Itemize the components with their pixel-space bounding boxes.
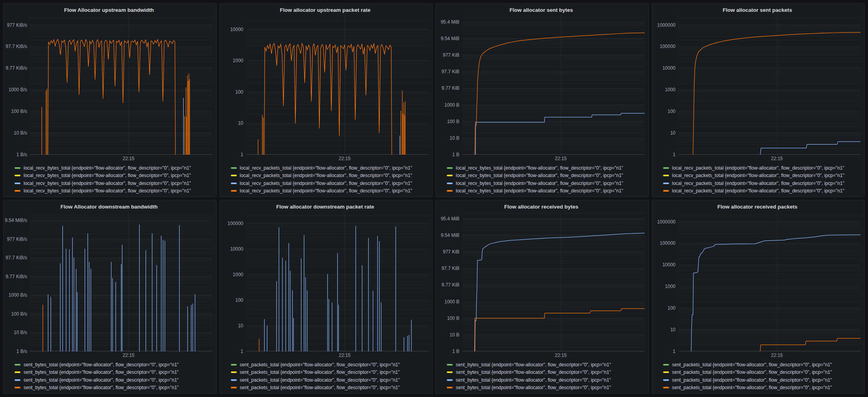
panel-title[interactable]: Flow allocator downstream packet rate bbox=[222, 202, 429, 212]
legend-item[interactable]: local_recv_bytes_total {endpoint="flow-a… bbox=[447, 164, 645, 172]
chart-plot-area[interactable] bbox=[679, 15, 861, 155]
legend-color-swatch bbox=[663, 379, 669, 381]
legend-item[interactable]: local_recv_bytes_total {endpoint="flow-a… bbox=[15, 172, 212, 180]
legend-item[interactable]: sent_bytes_total {endpoint="flow-allocat… bbox=[447, 384, 645, 392]
panel-title[interactable]: Flow Allocator downstream bandwidth bbox=[6, 202, 212, 212]
legend-item[interactable]: local_recv_packets_total {endpoint="flow… bbox=[663, 179, 861, 187]
chart-canvas[interactable] bbox=[463, 15, 645, 155]
chart-canvas[interactable] bbox=[247, 212, 429, 351]
panel-upstream-packet-rate: Flow allocator upstream packet rate 1000… bbox=[219, 3, 433, 197]
legend-item[interactable]: sent_packets_total {endpoint="flow-alloc… bbox=[231, 369, 429, 377]
legend-item[interactable]: local_recv_packets_total {endpoint="flow… bbox=[231, 164, 429, 172]
chart: 100000100001000100101 bbox=[222, 212, 429, 351]
chart-plot-area[interactable] bbox=[30, 212, 212, 351]
x-axis: 22:15 bbox=[463, 155, 645, 162]
y-tick-label: 9.77 KiB/s bbox=[6, 274, 27, 279]
legend-item[interactable]: sent_packets_total {endpoint="flow-alloc… bbox=[663, 384, 861, 392]
chart-plot-area[interactable] bbox=[247, 15, 429, 155]
legend-item[interactable]: local_recv_bytes_total {endpoint="flow-a… bbox=[15, 187, 212, 195]
legend-item[interactable]: sent_bytes_total {endpoint="flow-allocat… bbox=[447, 376, 645, 384]
chart-canvas[interactable] bbox=[30, 15, 212, 155]
y-tick-label: 100 B bbox=[447, 119, 459, 124]
legend-label: sent_bytes_total {endpoint="flow-allocat… bbox=[456, 362, 611, 367]
y-tick-label: 100 bbox=[667, 305, 675, 311]
y-tick-label: 10000 bbox=[230, 27, 243, 32]
legend: sent_bytes_total {endpoint="flow-allocat… bbox=[6, 359, 212, 393]
legend-item[interactable]: sent_packets_total {endpoint="flow-alloc… bbox=[663, 376, 861, 384]
legend-label: local_recv_bytes_total {endpoint="flow-a… bbox=[24, 188, 191, 194]
legend-item[interactable]: local_recv_bytes_total {endpoint="flow-a… bbox=[447, 172, 645, 180]
legend-item[interactable]: local_recv_packets_total {endpoint="flow… bbox=[663, 187, 861, 195]
dashboard-grid: Flow Allocator upstream bandwidth 977 Ki… bbox=[0, 0, 868, 397]
legend-color-swatch bbox=[663, 371, 669, 373]
legend-item[interactable]: local_recv_bytes_total {endpoint="flow-a… bbox=[447, 187, 645, 195]
legend-item[interactable]: local_recv_bytes_total {endpoint="flow-a… bbox=[15, 164, 212, 172]
y-tick-label: 10 B bbox=[450, 332, 459, 338]
legend-color-swatch bbox=[15, 364, 20, 366]
legend-item[interactable]: sent_bytes_total {endpoint="flow-allocat… bbox=[15, 384, 212, 392]
chart: 977 KiB/s97.7 KiB/s9.77 KiB/s1000 B/s100… bbox=[6, 15, 212, 155]
chart-canvas[interactable] bbox=[679, 212, 861, 351]
legend-item[interactable]: sent_bytes_total {endpoint="flow-allocat… bbox=[447, 369, 645, 377]
panel-title[interactable]: Flow Allocator upstream bandwidth bbox=[6, 5, 212, 15]
legend: local_recv_bytes_total {endpoint="flow-a… bbox=[6, 162, 212, 196]
y-tick-label: 1000 bbox=[233, 58, 243, 63]
panel-title[interactable]: Flow allocator received bytes bbox=[438, 202, 645, 212]
legend-item[interactable]: sent_packets_total {endpoint="flow-alloc… bbox=[231, 376, 429, 384]
chart-plot-area[interactable] bbox=[463, 15, 645, 155]
legend-item[interactable]: sent_packets_total {endpoint="flow-alloc… bbox=[663, 361, 861, 369]
legend-label: local_recv_packets_total {endpoint="flow… bbox=[240, 165, 412, 171]
panel-title[interactable]: Flow allocator sent bytes bbox=[438, 5, 645, 15]
legend-item[interactable]: local_recv_packets_total {endpoint="flow… bbox=[663, 172, 861, 180]
legend: local_recv_packets_total {endpoint="flow… bbox=[222, 162, 429, 196]
panel-title[interactable]: Flow allocator sent packets bbox=[654, 5, 861, 15]
x-tick-label: 22:15 bbox=[123, 353, 135, 358]
legend-item[interactable]: local_recv_bytes_total {endpoint="flow-a… bbox=[15, 179, 212, 187]
y-tick-label: 10000 bbox=[230, 246, 243, 252]
chart-canvas[interactable] bbox=[679, 15, 861, 155]
legend-item[interactable]: local_recv_packets_total {endpoint="flow… bbox=[231, 187, 429, 195]
chart-plot-area[interactable] bbox=[679, 212, 861, 351]
chart: 1000000100000100001000100101 bbox=[654, 15, 861, 155]
legend-item[interactable]: local_recv_packets_total {endpoint="flow… bbox=[231, 179, 429, 187]
y-tick-label: 977 KiB/s bbox=[7, 236, 27, 242]
legend-item[interactable]: sent_bytes_total {endpoint="flow-allocat… bbox=[15, 369, 212, 377]
legend-label: local_recv_packets_total {endpoint="flow… bbox=[672, 188, 844, 194]
y-tick-label: 10 B bbox=[450, 135, 459, 141]
legend-item[interactable]: local_recv_packets_total {endpoint="flow… bbox=[231, 172, 429, 180]
chart-plot-area[interactable] bbox=[463, 212, 645, 351]
legend-item[interactable]: sent_bytes_total {endpoint="flow-allocat… bbox=[447, 361, 645, 369]
legend-item[interactable]: sent_packets_total {endpoint="flow-alloc… bbox=[231, 384, 429, 392]
legend-color-swatch bbox=[663, 175, 669, 176]
chart-canvas[interactable] bbox=[30, 212, 212, 351]
y-tick-label: 10 bbox=[238, 323, 243, 329]
panel-downstream-bandwidth: Flow Allocator downstream bandwidth 9.54… bbox=[3, 200, 217, 394]
panel-title[interactable]: Flow allocator received packets bbox=[654, 202, 861, 212]
y-tick-label: 9.54 MiB bbox=[441, 233, 459, 238]
x-axis: 22:15 bbox=[247, 351, 429, 359]
panel-upstream-bandwidth: Flow Allocator upstream bandwidth 977 Ki… bbox=[3, 3, 217, 197]
y-tick-label: 97.7 KiB/s bbox=[6, 44, 27, 49]
legend-color-swatch bbox=[231, 190, 237, 192]
panel-title[interactable]: Flow allocator upstream packet rate bbox=[222, 5, 429, 15]
legend-label: sent_packets_total {endpoint="flow-alloc… bbox=[672, 362, 832, 367]
legend-item[interactable]: sent_bytes_total {endpoint="flow-allocat… bbox=[15, 361, 212, 369]
chart-plot-area[interactable] bbox=[247, 212, 429, 351]
legend-color-swatch bbox=[15, 175, 20, 176]
legend-item[interactable]: sent_packets_total {endpoint="flow-alloc… bbox=[663, 369, 861, 377]
y-tick-label: 1 bbox=[241, 349, 243, 354]
legend-item[interactable]: local_recv_packets_total {endpoint="flow… bbox=[663, 164, 861, 172]
x-tick-label: 22:15 bbox=[771, 353, 783, 358]
x-tick-label: 22:15 bbox=[555, 353, 567, 358]
legend-label: local_recv_packets_total {endpoint="flow… bbox=[672, 181, 844, 186]
legend-item[interactable]: local_recv_bytes_total {endpoint="flow-a… bbox=[447, 179, 645, 187]
legend-item[interactable]: sent_packets_total {endpoint="flow-alloc… bbox=[231, 361, 429, 369]
x-axis: 22:15 bbox=[30, 155, 212, 162]
y-tick-label: 95.4 MiB bbox=[441, 19, 459, 25]
chart-canvas[interactable] bbox=[463, 212, 645, 351]
chart-plot-area[interactable] bbox=[30, 15, 212, 155]
y-tick-label: 10 B/s bbox=[14, 130, 27, 136]
chart-canvas[interactable] bbox=[247, 15, 429, 155]
legend-item[interactable]: sent_bytes_total {endpoint="flow-allocat… bbox=[15, 376, 212, 384]
y-axis: 100001000100101 bbox=[222, 15, 247, 155]
